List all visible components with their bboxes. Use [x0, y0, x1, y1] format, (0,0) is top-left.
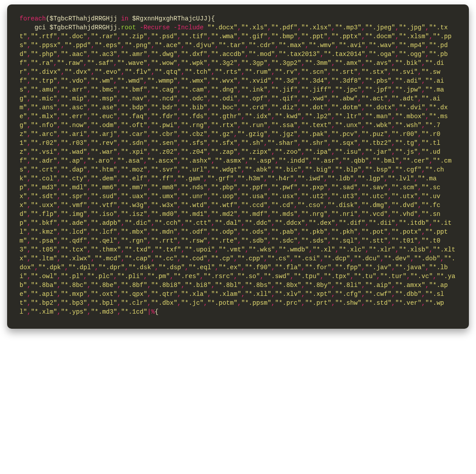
ext-pattern: "*.indd": [279, 157, 309, 164]
ext-pattern: "*.wmv": [309, 42, 335, 49]
ext-pattern: "*.isu": [335, 148, 361, 155]
ext-pattern: "*.sad": [331, 184, 357, 191]
ext-pattern: "*.dot": [301, 104, 328, 111]
ext-pattern: "*.pl": [61, 273, 83, 280]
ext-pattern: "*.rar": [91, 33, 117, 40]
ext-pattern: "*.crt": [31, 166, 57, 173]
ext-pattern: "*.h3m": [238, 175, 264, 182]
ext-pattern: "*.cso": [298, 202, 324, 209]
ext-pattern: "*.elf": [121, 175, 147, 182]
ext-pattern: "*.wmdb": [279, 246, 309, 253]
ext-pattern: "*.umx": [151, 193, 177, 200]
ext-pattern: "*.iso": [91, 211, 117, 218]
ext-pattern: "*.bp3": [61, 299, 87, 307]
ext-pattern: "*.wmmp": [147, 77, 178, 84]
ext-pattern: "*.unr": [181, 193, 207, 200]
ext-pattern: "*.cc": [155, 255, 178, 262]
ext-pattern: "*.usx": [271, 193, 298, 200]
ext-pattern: "*.usa": [241, 193, 267, 200]
ext-pattern: "*.ppt": [301, 33, 328, 40]
ext-pattern: "*.wm": [91, 77, 114, 84]
ext-pattern: "*.qpx": [121, 291, 147, 298]
ext-pattern: "*.tch": [185, 68, 211, 76]
ext-pattern: "*.dotx": [365, 104, 395, 111]
ext-pattern: "*.bmc": [91, 86, 117, 93]
ext-pattern: "*.thmx": [91, 246, 121, 253]
ext-pattern: "*.cbz": [181, 131, 207, 138]
ext-pattern: "*.8bc": [61, 282, 87, 289]
ext-pattern: "*.xlam": [211, 291, 242, 298]
ext-pattern: "*.tg": [395, 139, 418, 147]
ext-pattern: "*.opf": [241, 95, 267, 102]
ext-pattern: "*.pbs": [365, 77, 391, 84]
ext-pattern: "*.wmx": [181, 77, 207, 84]
ext-pattern: "*.potx": [392, 228, 422, 235]
ext-pattern: "*.mbox": [395, 113, 425, 120]
ext-pattern: "*.scn": [301, 68, 328, 76]
ext-pattern: "*.img": [61, 211, 87, 218]
ext-pattern: "*.xlr": [369, 246, 395, 253]
ext-pattern: "*.adt": [392, 95, 418, 102]
ext-pattern: "*.adr": [31, 157, 57, 164]
ext-pattern: "*.man": [365, 113, 391, 120]
ext-pattern: "*.sdt": [31, 193, 57, 200]
ext-pattern: "*.oft": [121, 122, 147, 129]
foreach-alias: %: [151, 308, 155, 315]
ext-pattern: "*.md1": [181, 211, 207, 218]
ext-pattern: "*.cty": [61, 175, 87, 182]
ext-pattern: "*.prc": [275, 299, 301, 307]
ext-pattern: "*.api": [31, 291, 57, 298]
ext-pattern: "*.t01": [392, 237, 418, 244]
ext-pattern: "*.bml": [373, 157, 399, 164]
ext-pattern: "*.evo": [95, 68, 121, 76]
ext-pattern: "*.jpf": [365, 86, 391, 93]
ext-pattern: "*.rts": [215, 68, 241, 76]
ext-pattern: "*.ashx": [181, 157, 211, 164]
ext-pattern: "*.rv": [275, 68, 298, 76]
ext-pattern: "*.md2": [211, 211, 238, 218]
ext-pattern: "*.tu": [354, 273, 377, 280]
ext-pattern: "*.docx": [207, 24, 238, 31]
ext-pattern: "*.cfg": [335, 291, 361, 298]
ext-pattern: "*.lcd": [61, 228, 87, 235]
ext-pattern: "*.srt": [331, 68, 357, 76]
ext-pattern: "*.diz": [271, 104, 298, 111]
ext-pattern: "*.dcu": [354, 255, 380, 262]
ext-pattern: "*.dii": [369, 219, 395, 227]
ext-pattern: "*.wma": [211, 33, 238, 40]
ext-pattern: "*.ldb": [328, 175, 354, 182]
ext-pattern: "*.dpl": [68, 264, 95, 271]
ext-pattern: "*.crd": [241, 104, 267, 111]
ext-pattern: "*.puz": [361, 131, 388, 138]
ext-pattern: "*.h4r": [267, 175, 294, 182]
ext-pattern: "*.w3x": [151, 202, 177, 209]
ext-pattern: "*.bmf": [121, 86, 147, 93]
ext-pattern: "*.svr": [151, 166, 177, 173]
ext-pattern: "*.mdl": [61, 184, 87, 191]
ext-pattern: "*.gz": [211, 131, 234, 138]
ext-pattern: "*.oga": [369, 51, 395, 58]
ext-pattern: "*.shw": [335, 299, 361, 307]
ext-pattern: "*.ra": [31, 60, 53, 67]
ext-pattern: "*.rsw": [181, 237, 207, 244]
ext-pattern: "*.mm7": [121, 184, 147, 191]
ext-pattern: "*.mbx": [121, 228, 147, 235]
ext-pattern: "*.fds": [181, 113, 207, 120]
ext-pattern: "*.3d": [275, 77, 298, 84]
ext-pattern: "*.lcf": [91, 228, 117, 235]
ext-pattern: "*.rum": [245, 68, 271, 76]
ext-pattern: "*.cam": [181, 86, 207, 93]
ext-pattern: "*.dvi": [399, 104, 425, 111]
ext-pattern: "*.wpk": [181, 60, 207, 67]
ext-pattern: "*.mdn": [151, 228, 177, 235]
ext-pattern: "*.ff": [151, 175, 174, 182]
ext-pattern: "*.svi": [392, 68, 418, 76]
ext-pattern: "*.asp": [249, 157, 275, 164]
ext-pattern: "*.msp": [91, 95, 117, 102]
ext-pattern: "*.jpc": [335, 86, 361, 93]
ext-pattern: "*.dng": [211, 86, 238, 93]
ext-pattern: "*.mip": [61, 95, 87, 102]
ext-pattern: "*.ods": [241, 228, 267, 235]
ext-pattern: "*.php": [31, 51, 57, 58]
code-window: foreach($TgbcRThahjdRRGHjj in $RgxnnHgxg…: [7, 4, 469, 329]
